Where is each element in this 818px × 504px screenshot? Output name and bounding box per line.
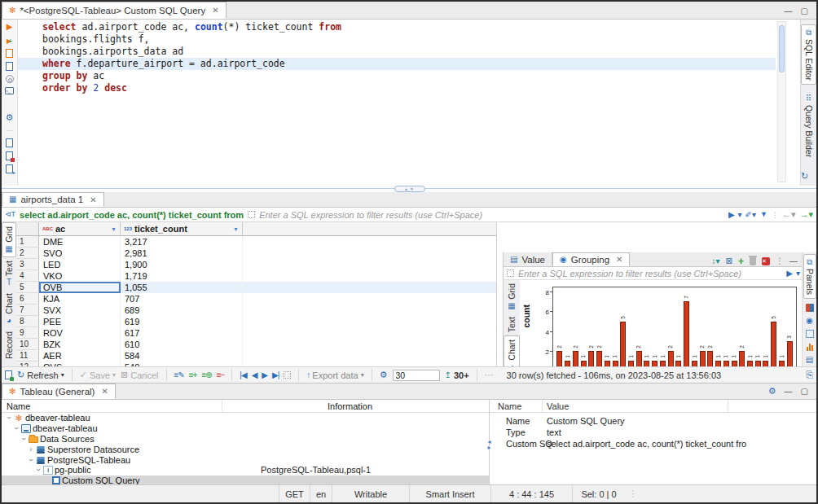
- execution-plan-icon[interactable]: [6, 75, 14, 83]
- information-column-header[interactable]: Information: [328, 401, 372, 411]
- close-icon[interactable]: ✕: [101, 387, 108, 396]
- cell-ticket-count[interactable]: 2,981: [121, 248, 243, 259]
- expander-icon[interactable]: ›: [5, 414, 13, 422]
- minimize-panel-icon[interactable]: —: [785, 387, 793, 396]
- row-number[interactable]: 6: [16, 293, 39, 305]
- row-number[interactable]: 1: [16, 236, 39, 248]
- tab-record[interactable]: Record: [2, 328, 16, 362]
- cell-ticket-count[interactable]: 1,900: [121, 259, 243, 270]
- filter-funnel-icon[interactable]: ▼: [760, 211, 767, 218]
- row-number[interactable]: 8: [16, 316, 39, 327]
- status-language[interactable]: en: [310, 485, 332, 502]
- table-row[interactable]: 7SVX689: [16, 305, 496, 316]
- cell-ticket-count[interactable]: 1,719: [121, 270, 243, 282]
- tab-query-builder[interactable]: ⠿ Query Builder: [801, 91, 816, 160]
- column-filter-icon[interactable]: ▼: [233, 226, 239, 232]
- editor-scrollbar[interactable]: [777, 21, 786, 182]
- next-row-icon[interactable]: ▶: [262, 370, 267, 379]
- tab-panels[interactable]: ⧉ Panels: [803, 254, 816, 299]
- table-row[interactable]: 3LED1,900: [16, 259, 496, 270]
- delete-icon[interactable]: [750, 257, 756, 265]
- last-row-icon[interactable]: ▶|: [272, 370, 279, 379]
- cell-ticket-count[interactable]: 689: [121, 305, 243, 316]
- sort-icon[interactable]: ↕▾: [712, 257, 720, 265]
- execute-new-tab-button[interactable]: ▶+: [7, 35, 12, 45]
- cell-ac[interactable]: AER: [39, 350, 121, 362]
- tree-item-dbeaver-tableau[interactable]: ›dbeaver-tableau: [2, 423, 489, 434]
- row-number[interactable]: 9: [16, 327, 39, 339]
- grouping-filter-placeholder[interactable]: Enter a SQL expression to filter results…: [518, 269, 782, 278]
- metadata-panel-icon[interactable]: ▤: [806, 356, 813, 364]
- row-number[interactable]: 10: [16, 339, 39, 350]
- table-row[interactable]: 10BZK610: [16, 339, 496, 350]
- tab-chart[interactable]: Chart ◕: [2, 290, 16, 328]
- status-insert-mode[interactable]: Smart Insert: [409, 485, 490, 502]
- execute-script-button[interactable]: [6, 49, 13, 58]
- sql-line[interactable]: select ad.airport_code ac, count(*) tick…: [18, 21, 776, 33]
- table-row[interactable]: 5OVB1,055: [16, 282, 496, 293]
- fetch-size-input[interactable]: [393, 370, 440, 381]
- clear-grouping-icon[interactable]: ⊠: [726, 257, 732, 265]
- close-icon[interactable]: ✕: [616, 255, 622, 264]
- add-row-icon[interactable]: ≡+: [189, 370, 197, 379]
- cell-ticket-count[interactable]: 610: [121, 339, 243, 350]
- status-drag-handle[interactable]: ⋮: [625, 485, 641, 502]
- cell-ac[interactable]: ROV: [39, 327, 121, 339]
- expander-icon[interactable]: ›: [20, 435, 28, 443]
- minimize-icon[interactable]: —: [785, 7, 793, 15]
- filter-placeholder[interactable]: Enter a SQL expression to filter results…: [259, 210, 724, 220]
- cancel-button[interactable]: ⊠Cancel: [121, 370, 158, 380]
- cell-ac[interactable]: SVX: [39, 305, 121, 316]
- table-row[interactable]: 8PEE619: [16, 316, 496, 327]
- table-row[interactable]: 1DME3,217: [16, 236, 496, 248]
- cell-ticket-count[interactable]: 617: [121, 327, 243, 339]
- first-row-icon[interactable]: |◀: [240, 370, 246, 379]
- sql-line[interactable]: where f.departure_airport = ad.airport_c…: [18, 58, 776, 70]
- tab-value[interactable]: ▤ Value: [504, 252, 552, 266]
- save-button[interactable]: ✓Save▾: [80, 370, 116, 380]
- row-number[interactable]: 4: [16, 270, 39, 282]
- save-file-icon[interactable]: [6, 151, 13, 160]
- close-icon[interactable]: ✕: [90, 195, 96, 204]
- cell-ticket-count[interactable]: 3,217: [121, 236, 243, 248]
- grouping-filterbar[interactable]: Enter a SQL expression to filter results…: [504, 267, 803, 280]
- row-number[interactable]: 5: [16, 282, 39, 293]
- fetch-more-button[interactable]: ↥30+: [445, 370, 469, 380]
- close-icon[interactable]: ✕: [212, 6, 218, 15]
- tab-text[interactable]: Text T: [2, 257, 16, 290]
- editor-results-splitter[interactable]: ▲▼: [2, 186, 816, 192]
- column-header-ticket-count[interactable]: 123 ticket_count ▼: [121, 222, 243, 235]
- expander-icon[interactable]: ›: [27, 456, 35, 464]
- expander-icon[interactable]: ›: [12, 424, 20, 432]
- more-options-icon[interactable]: ⋮: [776, 257, 784, 265]
- splitter-handle[interactable]: ▲▼: [394, 186, 425, 192]
- apply-filter-icon[interactable]: ▶: [786, 270, 792, 278]
- edit-cell-icon[interactable]: ≡✎: [174, 370, 184, 379]
- cell-ticket-count[interactable]: 707: [121, 293, 243, 305]
- value-viewer-icon[interactable]: [806, 304, 814, 312]
- tab-grouping[interactable]: ◉ Grouping ✕: [552, 252, 630, 266]
- fetch-settings-icon[interactable]: ⚙: [380, 370, 388, 379]
- filter-dropdown-icon[interactable]: ▾: [796, 270, 799, 278]
- cell-ac[interactable]: BZK: [39, 339, 121, 350]
- tab-grid[interactable]: Grid ▦: [2, 222, 16, 257]
- cell-ticket-count[interactable]: 1,055: [121, 282, 243, 293]
- status-cursor-position[interactable]: 4 : 44 : 145: [490, 485, 572, 502]
- nav-forward-icon[interactable]: →▾: [799, 209, 813, 220]
- editor-settings-icon[interactable]: ⚙: [6, 113, 14, 122]
- row-number[interactable]: 11: [16, 350, 39, 362]
- status-method[interactable]: GET: [279, 485, 310, 502]
- focus-row-icon[interactable]: [284, 371, 291, 379]
- row-number[interactable]: 3: [16, 259, 39, 270]
- script-export-icon[interactable]: ▸: [6, 164, 13, 173]
- expand-filter-icon[interactable]: [507, 270, 514, 277]
- tree-item-data-sources[interactable]: ›Data Sources: [2, 434, 489, 445]
- cell-ac[interactable]: PEE: [39, 316, 121, 327]
- cell-ticket-count[interactable]: 619: [121, 316, 243, 327]
- row-number[interactable]: 7: [16, 305, 39, 316]
- results-filterbar[interactable]: ⊲T select ad.airport_code ac, count(*) t…: [2, 208, 816, 222]
- maximize-icon[interactable]: ▢: [801, 7, 808, 15]
- panel-settings-icon[interactable]: ⚙: [768, 387, 776, 396]
- minimize-panel-icon[interactable]: —: [789, 257, 798, 265]
- expander-icon[interactable]: ›: [34, 466, 42, 474]
